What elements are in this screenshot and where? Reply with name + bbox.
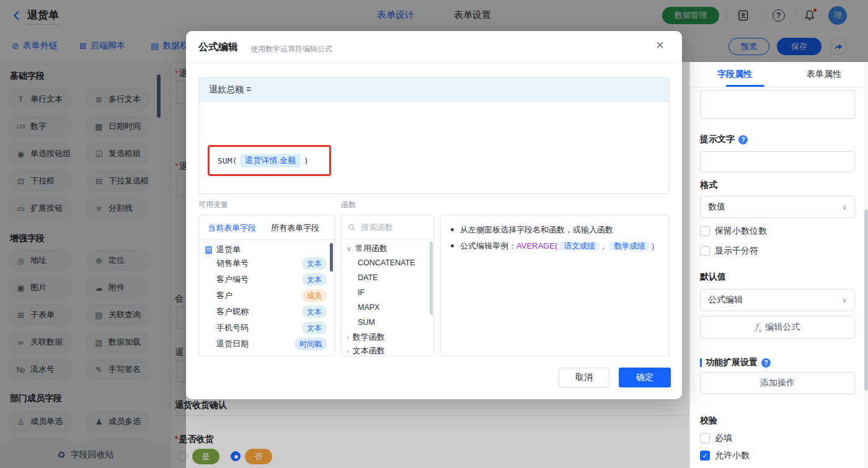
format-value: 数值 <box>708 201 725 213</box>
tabs-divider <box>690 87 868 87</box>
cancel-button[interactable]: 取消 <box>559 368 609 387</box>
variable-row[interactable]: 客户昵称文本 <box>199 304 334 320</box>
checkbox-icon <box>700 226 710 236</box>
formula-edit-modal: 公式编辑 使用数学运算符编辑公式 × 退款总额 = SUM( 退货详情.金额 )… <box>186 31 682 399</box>
variable-type-badge: 文本 <box>302 273 327 286</box>
chevron-down-icon: ∨ <box>842 203 847 211</box>
function-item[interactable]: IF <box>358 288 365 297</box>
tips-panel: 从左侧面板选择字段名和函数，或输入函数 公式编辑举例：AVERAGE( 语文成绩… <box>440 215 670 356</box>
add-action-button[interactable]: 添加操作 <box>700 372 855 394</box>
validation-label: 校验 <box>700 415 717 426</box>
form-doc-icon <box>205 246 212 254</box>
edit-formula-button[interactable]: ƒx 编辑公式 <box>700 316 855 338</box>
variables-scrollbar-thumb[interactable] <box>330 243 333 272</box>
default-value-select[interactable]: 公式编辑 ∨ <box>700 289 855 311</box>
tab-field-properties[interactable]: 字段属性 <box>690 62 779 87</box>
search-icon <box>348 223 356 231</box>
chevron-down-icon: ∨ <box>842 296 847 304</box>
modal-subtitle: 使用数学运算符编辑公式 <box>250 44 332 55</box>
section-accent-bar <box>700 358 702 367</box>
edit-formula-label: 编辑公式 <box>765 322 800 333</box>
tab-all-form-fields[interactable]: 所有表单字段 <box>271 223 319 234</box>
chevron-expanded-icon: ∨ <box>347 245 352 253</box>
tabs-divider <box>199 239 334 240</box>
functions-section-label: 函数 <box>341 200 356 210</box>
panel-scrollbar-thumb[interactable] <box>864 210 868 391</box>
example-field-chip: 语文成绩 <box>560 242 600 250</box>
functions-panel: ∨常用函数 CONCATENATE DATE IF MAPX SUM ›数学函数… <box>341 215 434 356</box>
formula-target: 退款总额 = <box>199 78 669 102</box>
checkbox-icon <box>700 246 710 256</box>
example-field-chip: 数学成绩 <box>609 242 649 250</box>
close-icon[interactable]: × <box>656 38 664 52</box>
variable-name: 客户昵称 <box>216 306 249 317</box>
function-group-label: 数学函数 <box>353 332 385 343</box>
example-function-token: AVERAGE( <box>516 241 557 250</box>
annotation-highlight-box <box>208 145 331 176</box>
variable-row[interactable]: 客户编号文本 <box>199 272 334 288</box>
hint-text-label: 提示文字? <box>700 134 748 145</box>
default-value-label: 默认值 <box>700 272 726 283</box>
required-checkbox[interactable]: 必填 <box>700 433 732 444</box>
hint-help-icon[interactable]: ? <box>738 135 748 144</box>
function-item[interactable]: SUM <box>358 318 375 327</box>
modal-header-divider <box>186 62 682 63</box>
variable-type-badge: 时间戳 <box>294 338 327 350</box>
keep-decimal-checkbox[interactable]: 保留小数位数 <box>700 226 767 237</box>
form-tree-root-label: 退货单 <box>216 244 241 255</box>
function-item[interactable]: CONCATENATE <box>358 258 415 267</box>
variables-panel: 当前表单字段 所有表单字段 退货单 销售单号文本 客户编号文本 客户成员 客户昵… <box>198 215 335 356</box>
app-window: 退货单 表单设计 表单设置 数据管理 ? 理 ⊘ 表单外链 ⊠ 后端脚本 ▤ 数… <box>0 0 868 468</box>
variable-type-badge: 文本 <box>302 322 327 334</box>
variable-row[interactable]: 客户成员 <box>199 288 334 304</box>
variable-row[interactable]: 销售单号文本 <box>199 255 334 272</box>
default-value: 公式编辑 <box>708 294 743 306</box>
variable-row[interactable]: 退货日期时间戳 <box>199 336 334 352</box>
checkbox-label: 显示千分符 <box>715 245 758 257</box>
tab-current-form-fields[interactable]: 当前表单字段 <box>208 223 256 234</box>
fx-icon: ƒx <box>755 322 761 333</box>
hint-text-input[interactable] <box>700 151 855 172</box>
checkbox-checked-icon: ✓ <box>700 451 710 461</box>
variable-name: 销售单号 <box>216 258 249 269</box>
description-box[interactable] <box>700 90 855 119</box>
variable-type-badge: 文本 <box>302 306 327 318</box>
confirm-button[interactable]: 确定 <box>619 368 671 387</box>
function-item[interactable]: DATE <box>358 273 378 282</box>
checkbox-label: 必填 <box>715 433 732 444</box>
function-group-common[interactable]: ∨常用函数 <box>347 243 388 254</box>
tip-example-line: 公式编辑举例：AVERAGE( 语文成绩， 数学成绩 ) <box>451 239 654 253</box>
bullet-dot <box>451 228 454 231</box>
tab-form-properties[interactable]: 表单属性 <box>779 62 868 87</box>
function-group-math[interactable]: ›数学函数 <box>347 332 385 343</box>
variable-name: 客户 <box>216 290 232 301</box>
function-group-text[interactable]: ›文本函数 <box>347 345 385 356</box>
function-search-input[interactable] <box>361 223 423 232</box>
example-close-token: ) <box>652 241 654 250</box>
checkbox-label: 保留小数位数 <box>715 226 767 237</box>
extension-settings-label: 功能扩展设置? <box>700 357 771 368</box>
variable-name: 手机号码 <box>216 322 249 333</box>
chevron-collapsed-icon: › <box>347 333 349 341</box>
formula-editor[interactable]: 退款总额 = SUM( 退货详情.金额 ) <box>198 77 670 194</box>
thousand-separator-checkbox[interactable]: 显示千分符 <box>700 245 758 257</box>
form-tree-root[interactable]: 退货单 <box>205 244 241 255</box>
function-group-label: 文本函数 <box>353 345 385 356</box>
function-search[interactable] <box>342 216 433 239</box>
format-label: 格式 <box>700 180 717 191</box>
variable-name: 客户编号 <box>216 274 249 285</box>
function-group-label: 常用函数 <box>355 243 388 254</box>
function-item[interactable]: MAPX <box>358 303 379 312</box>
functions-scrollbar-thumb[interactable] <box>430 242 433 315</box>
tip-line: 从左侧面板选择字段名和函数，或输入函数 <box>451 223 613 236</box>
checkbox-icon <box>700 433 710 443</box>
variables-section-label: 可用变量 <box>198 200 228 210</box>
checkbox-label: 允许小数 <box>715 450 750 461</box>
allow-decimal-checkbox[interactable]: ✓ 允许小数 <box>700 450 750 461</box>
extension-help-icon[interactable]: ? <box>761 358 771 368</box>
format-select[interactable]: 数值 ∨ <box>700 196 855 218</box>
variable-row[interactable]: 手机号码文本 <box>199 320 334 336</box>
variable-type-badge: 成员 <box>302 289 327 302</box>
variable-type-badge: 文本 <box>302 257 327 270</box>
variable-name: 退货日期 <box>216 338 249 350</box>
